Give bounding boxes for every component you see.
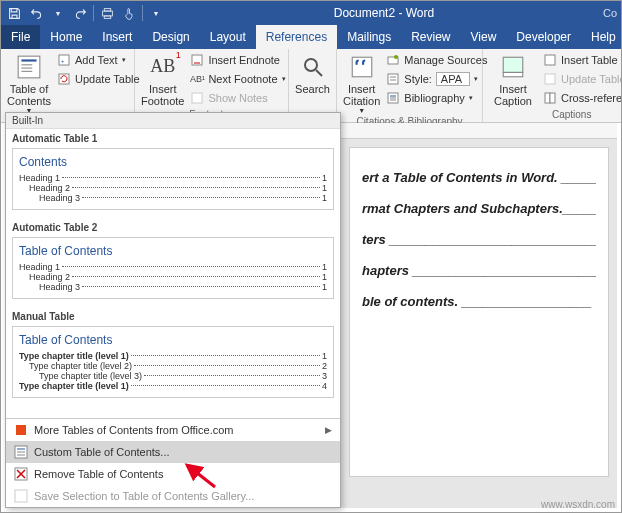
svg-rect-29: [545, 74, 555, 84]
tab-mailings[interactable]: Mailings: [337, 25, 401, 49]
next-footnote-button[interactable]: AB¹ Next Footnote ▾: [190, 70, 285, 88]
tab-design[interactable]: Design: [142, 25, 199, 49]
toc-page: 2: [322, 361, 327, 371]
manage-sources-label: Manage Sources: [404, 54, 487, 66]
cmd-remove-toc[interactable]: Remove Table of Contents: [6, 463, 340, 485]
undo-icon[interactable]: [27, 4, 45, 22]
toc-page: 1: [322, 183, 327, 193]
update-table-button[interactable]: Update Table: [57, 70, 140, 88]
insert-citation-button[interactable]: Insert Citation ▼: [343, 51, 380, 115]
qat-touch-icon[interactable]: [120, 4, 138, 22]
tab-references[interactable]: References: [256, 25, 337, 49]
chevron-down-icon: ▾: [282, 75, 286, 83]
toc-header: Table of Contents: [19, 333, 327, 347]
insert-tof-button[interactable]: Insert Table of Figu: [543, 51, 622, 69]
svg-rect-16: [352, 57, 372, 77]
svg-rect-1: [104, 8, 111, 10]
tab-layout[interactable]: Layout: [200, 25, 256, 49]
svg-point-14: [305, 59, 317, 71]
cmd-custom-toc[interactable]: Custom Table of Contents...: [6, 441, 340, 463]
group-captions-label: Captions: [489, 108, 622, 122]
search-button[interactable]: Search: [295, 51, 330, 95]
insert-endnote-label: Insert Endnote: [208, 54, 280, 66]
quick-access-toolbar: ▼ ▼: [5, 4, 165, 22]
toc-header: Contents: [19, 155, 327, 169]
toc-page: 1: [322, 173, 327, 183]
xref-button[interactable]: Cross-reference: [543, 89, 622, 107]
manage-sources-button[interactable]: Manage Sources: [386, 51, 487, 69]
cmd-save-toc: Save Selection to Table of Contents Gall…: [6, 485, 340, 507]
toc-page: 1: [322, 193, 327, 203]
toc-entry: Type chapter title (level 2): [29, 361, 132, 371]
gallery-preview: Table of Contents Type chapter title (le…: [12, 326, 334, 398]
captions-update-icon: [543, 72, 557, 86]
footnote-icon: AB 1: [149, 53, 177, 81]
style-value[interactable]: APA: [436, 72, 470, 86]
qat-print-preview-icon[interactable]: [98, 4, 116, 22]
titlebar: ▼ ▼ Document2 - Word Co: [1, 1, 621, 25]
cmd-more-toc[interactable]: More Tables of Contents from Office.com …: [6, 419, 340, 441]
style-selector[interactable]: Style: APA ▾: [386, 70, 487, 88]
svg-rect-0: [102, 11, 112, 16]
doc-line: ert a Table of Contents in Word. _______: [362, 170, 596, 185]
toc-page: 1: [322, 351, 327, 361]
cmd-save-label: Save Selection to Table of Contents Gall…: [34, 490, 254, 502]
captions-update-button[interactable]: Update Table: [543, 70, 622, 88]
insert-caption-label: Insert Caption: [494, 83, 532, 107]
qat-customize-icon[interactable]: ▼: [147, 4, 165, 22]
insert-caption-button[interactable]: Insert Caption: [489, 51, 537, 107]
gallery-footer: More Tables of Contents from Office.com …: [6, 418, 340, 507]
page[interactable]: ert a Table of Contents in Word. _______…: [349, 147, 609, 477]
toc-entry: Heading 3: [39, 193, 80, 203]
svg-rect-28: [545, 55, 555, 65]
gallery-preview: Table of Contents Heading 11 Heading 21 …: [12, 237, 334, 299]
tof-icon: [543, 53, 557, 67]
chevron-down-icon: ▾: [469, 94, 473, 102]
cmd-custom-label: Custom Table of Contents...: [34, 446, 170, 458]
insert-endnote-button[interactable]: Insert Endnote: [190, 51, 285, 69]
tab-insert[interactable]: Insert: [92, 25, 142, 49]
insert-tof-label: Insert Table of Figu: [561, 54, 622, 66]
gallery-item-auto1[interactable]: Automatic Table 1 Contents Heading 11 He…: [6, 129, 340, 210]
gallery-section-builtin: Built-In: [6, 113, 340, 129]
toc-button[interactable]: Table of Contents ▼: [7, 51, 51, 115]
svg-rect-26: [503, 57, 523, 72]
show-notes-icon: [190, 91, 204, 105]
gallery-item-title: Manual Table: [6, 307, 340, 324]
toc-page: 1: [322, 272, 327, 282]
toc-header: Table of Contents: [19, 244, 327, 258]
svg-rect-32: [16, 425, 26, 435]
show-notes-label: Show Notes: [208, 92, 267, 104]
tab-file[interactable]: File: [1, 25, 40, 49]
cmd-more-label: More Tables of Contents from Office.com: [34, 424, 234, 436]
toc-entry: Type chapter title (level 1): [19, 381, 129, 391]
custom-toc-icon: [14, 445, 28, 459]
gallery-item-manual[interactable]: Manual Table Table of Contents Type chap…: [6, 307, 340, 398]
toc-icon: [15, 53, 43, 81]
toc-page: 1: [322, 282, 327, 292]
bibliography-icon: [386, 91, 400, 105]
watermark: www.wsxdn.com: [541, 499, 615, 510]
save-icon[interactable]: [5, 4, 23, 22]
tab-developer[interactable]: Developer: [506, 25, 581, 49]
insert-footnote-label: Insert Footnote: [141, 83, 184, 107]
gallery-item-auto2[interactable]: Automatic Table 2 Table of Contents Head…: [6, 218, 340, 299]
gallery-item-title: Automatic Table 1: [6, 129, 340, 146]
show-notes-button[interactable]: Show Notes: [190, 89, 285, 107]
redo-icon[interactable]: [71, 4, 89, 22]
tab-view[interactable]: View: [461, 25, 507, 49]
add-text-icon: +: [57, 53, 71, 67]
tab-review[interactable]: Review: [401, 25, 460, 49]
tab-help[interactable]: Help: [581, 25, 622, 49]
bibliography-button[interactable]: Bibliography ▾: [386, 89, 487, 107]
add-text-button[interactable]: + Add Text ▾: [57, 51, 140, 69]
style-label: Style:: [404, 73, 432, 85]
insert-footnote-button[interactable]: AB 1 Insert Footnote: [141, 51, 184, 107]
svg-rect-30: [545, 93, 550, 103]
toc-entry: Type chapter title (level 1): [19, 351, 129, 361]
bibliography-label: Bibliography: [404, 92, 465, 104]
xref-label: Cross-reference: [561, 92, 622, 104]
update-table-icon: [57, 72, 71, 86]
undo-dropdown-icon[interactable]: ▼: [49, 4, 67, 22]
tab-home[interactable]: Home: [40, 25, 92, 49]
